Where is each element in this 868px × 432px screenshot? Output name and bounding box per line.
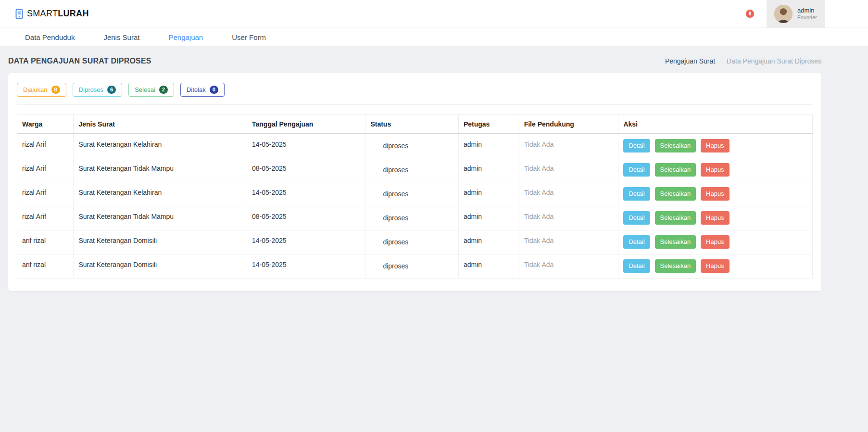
selesaikan-button[interactable]: Selesaikan [655,139,696,152]
cell-aksi: Detail Selesaikan Hapus [618,254,813,278]
table-row: rizal Arif Surat Keterangan Tidak Mampu … [17,206,813,230]
brand-icon [15,9,24,19]
cell-tanggal: 08-05-2025 [247,206,365,230]
user-menu[interactable]: admin Founder [767,0,825,28]
detail-button[interactable]: Detail [623,211,650,225]
cell-warga: rizal Arif [17,158,74,182]
hapus-button[interactable]: Hapus [701,235,730,249]
cell-warga: rizal Arif [17,182,74,206]
detail-button[interactable]: Detail [623,139,650,152]
cell-aksi: Detail Selesaikan Hapus [618,230,813,254]
filter-diajukan-button[interactable]: Diajukan 8 [17,83,66,97]
nav-item-pengajuan[interactable]: Pengajuan [154,33,217,41]
cell-status: diproses [365,230,459,254]
cell-aksi: Detail Selesaikan Hapus [618,206,813,230]
cell-status: diproses [365,206,459,230]
cell-jenis-surat: Surat Keterangan Kelahiran [74,182,247,206]
hapus-button[interactable]: Hapus [701,187,730,201]
selesaikan-button[interactable]: Selesaikan [655,163,696,177]
detail-button[interactable]: Detail [623,235,650,249]
main-nav: Data Penduduk Jenis Surat Pengajuan User… [0,28,868,46]
status-filter-row: Diajukan 8 Diproses 6 Selesai 2 Ditolak … [17,81,813,105]
cell-jenis-surat: Surat Keterangan Domisili [74,230,247,254]
table-row: rizal Arif Surat Keterangan Kelahiran 14… [17,182,813,206]
table-header-row: Warga Jenis Surat Tanggal Pengajuan Stat… [17,115,813,134]
cell-petugas: admin [458,158,519,182]
column-header-petugas: Petugas [458,115,519,134]
nav-item-data-penduduk[interactable]: Data Penduduk [11,33,89,41]
brand-prefix: SMART [27,9,58,18]
cell-petugas: admin [458,254,519,278]
selesaikan-button[interactable]: Selesaikan [655,235,696,249]
cell-tanggal: 14-05-2025 [247,182,365,206]
pengajuan-table: Warga Jenis Surat Tanggal Pengajuan Stat… [17,114,813,279]
cell-jenis-surat: Surat Keterangan Kelahiran [74,134,247,158]
column-header-warga: Warga [17,115,74,134]
cell-jenis-surat: Surat Keterangan Domisili [74,254,247,278]
column-header-status: Status [365,115,459,134]
cell-tanggal: 14-05-2025 [247,134,365,158]
filter-diproses-button[interactable]: Diproses 6 [73,83,122,97]
column-header-tanggal-pengajuan: Tanggal Pengajuan [247,115,365,134]
brand-suffix: LURAH [58,9,89,18]
page-title: DATA PENGAJUAN SURAT DIPROSES [8,57,151,65]
selesaikan-button[interactable]: Selesaikan [655,187,696,201]
breadcrumb: Pengajuan Surat Data Pengajuan Surat Dip… [665,57,821,65]
column-header-jenis-surat: Jenis Surat [74,115,247,134]
cell-file-pendukung: Tidak Ada [519,134,618,158]
breadcrumb-current: Data Pengajuan Surat Diproses [727,57,821,65]
filter-ditolak-button[interactable]: Ditolak 0 [180,83,225,97]
brand-text: SMARTLURAH [27,9,89,19]
cell-file-pendukung: Tidak Ada [519,206,618,230]
table-row: arif rizal Surat Keterangan Domisili 14-… [17,254,813,278]
cell-petugas: admin [458,182,519,206]
table-row: rizal Arif Surat Keterangan Tidak Mampu … [17,158,813,182]
header-left: SMARTLURAH [0,0,89,27]
main-content: DATA PENGAJUAN SURAT DIPROSES Pengajuan … [0,46,868,310]
header-right: 8 admin Founder [746,0,825,27]
nav-item-jenis-surat[interactable]: Jenis Surat [89,33,154,41]
user-name: admin [797,7,817,14]
detail-button[interactable]: Detail [623,187,650,201]
selesaikan-button[interactable]: Selesaikan [655,211,696,225]
brand-logo[interactable]: SMARTLURAH [15,9,89,19]
avatar [774,5,793,23]
hapus-button[interactable]: Hapus [701,139,730,152]
cell-status: diproses [365,254,459,278]
filter-selesai-count-badge: 2 [159,86,168,94]
cell-tanggal: 14-05-2025 [247,230,365,254]
column-header-aksi: Aksi [618,115,813,134]
breadcrumb-pengajuan-surat[interactable]: Pengajuan Surat [665,57,715,65]
detail-button[interactable]: Detail [623,259,650,273]
cell-aksi: Detail Selesaikan Hapus [618,134,813,158]
filter-selesai-button[interactable]: Selesai 2 [128,83,174,97]
cell-petugas: admin [458,206,519,230]
detail-button[interactable]: Detail [623,163,650,177]
nav-item-user-form[interactable]: User Form [217,33,280,41]
cell-file-pendukung: Tidak Ada [519,254,618,278]
page-head: DATA PENGAJUAN SURAT DIPROSES Pengajuan … [8,57,821,65]
cell-petugas: admin [458,134,519,158]
user-meta: admin Founder [797,7,817,21]
hapus-button[interactable]: Hapus [701,211,730,225]
cell-warga: rizal Arif [17,206,74,230]
cell-file-pendukung: Tidak Ada [519,182,618,206]
filter-ditolak-count-badge: 0 [210,86,218,94]
cell-aksi: Detail Selesaikan Hapus [618,158,813,182]
cell-file-pendukung: Tidak Ada [519,158,618,182]
cell-jenis-surat: Surat Keterangan Tidak Mampu [74,158,247,182]
hapus-button[interactable]: Hapus [701,163,730,177]
filter-diproses-count-badge: 6 [107,86,116,94]
cell-warga: arif rizal [17,254,74,278]
user-role: Founder [797,14,817,21]
data-card: Diajukan 8 Diproses 6 Selesai 2 Ditolak … [8,73,821,291]
filter-ditolak-label: Ditolak [187,87,206,93]
table-row: rizal Arif Surat Keterangan Kelahiran 14… [17,134,813,158]
filter-diproses-label: Diproses [79,87,103,93]
cell-status: diproses [365,158,459,182]
cell-petugas: admin [458,230,519,254]
hapus-button[interactable]: Hapus [701,259,730,273]
cell-tanggal: 08-05-2025 [247,158,365,182]
notification-badge[interactable]: 8 [746,10,754,18]
selesaikan-button[interactable]: Selesaikan [655,259,696,273]
